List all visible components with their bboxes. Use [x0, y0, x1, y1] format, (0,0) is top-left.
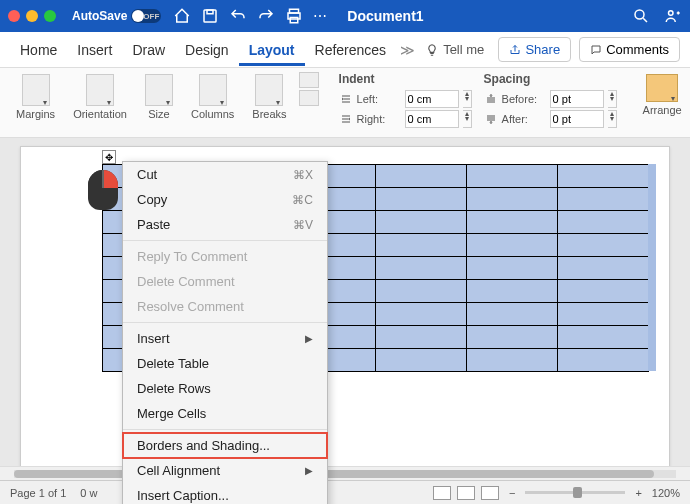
menu-insert-caption[interactable]: Insert Caption... [123, 483, 327, 504]
autosave-label: AutoSave [72, 9, 127, 23]
indent-right-input[interactable] [405, 110, 459, 128]
size-button[interactable]: Size [139, 72, 179, 122]
menu-copy-label: Copy [137, 192, 167, 207]
hyphenation-button[interactable] [299, 90, 319, 106]
indent-left-stepper[interactable]: ▴▾ [463, 90, 472, 108]
table-selection-edge [648, 164, 656, 371]
quick-access-toolbar: ⋯ [173, 7, 327, 25]
spacing-header: Spacing [484, 72, 617, 86]
spacing-before-icon [484, 93, 498, 105]
save-icon[interactable] [201, 7, 219, 25]
view-focus-button[interactable] [433, 486, 451, 500]
comment-icon [590, 44, 602, 56]
redo-icon[interactable] [257, 7, 275, 25]
close-window-button[interactable] [8, 10, 20, 22]
indent-right-icon [339, 113, 353, 125]
menu-separator [123, 240, 327, 241]
orientation-label: Orientation [73, 108, 127, 120]
mouse-right-button-icon [103, 170, 118, 188]
menu-paste[interactable]: Paste⌘V [123, 212, 327, 237]
mouse-cursor-graphic [88, 170, 118, 210]
spacing-after-stepper[interactable]: ▴▾ [608, 110, 617, 128]
menu-insert[interactable]: Insert▶ [123, 326, 327, 351]
context-menu: Cut⌘X Copy⌘C Paste⌘V Reply To Comment De… [122, 161, 328, 504]
tell-me-search[interactable]: Tell me [425, 42, 484, 57]
home-icon[interactable] [173, 7, 191, 25]
search-icon[interactable] [632, 7, 650, 25]
margins-icon [22, 74, 50, 106]
spacing-before-input[interactable] [550, 90, 604, 108]
zoom-in-button[interactable]: + [635, 487, 641, 499]
columns-button[interactable]: Columns [185, 72, 240, 122]
tab-insert[interactable]: Insert [67, 34, 122, 66]
arrange-label: Arrange [643, 104, 682, 116]
lightbulb-icon [425, 43, 439, 57]
tab-home[interactable]: Home [10, 34, 67, 66]
tab-draw[interactable]: Draw [122, 34, 175, 66]
indent-right-label: Right: [357, 113, 401, 125]
scrollbar-thumb[interactable] [14, 470, 654, 478]
margins-label: Margins [16, 108, 55, 120]
orientation-icon [86, 74, 114, 106]
autosave-toggle[interactable]: OFF [131, 9, 161, 23]
svg-point-6 [669, 11, 674, 16]
undo-icon[interactable] [229, 7, 247, 25]
breaks-label: Breaks [252, 108, 286, 120]
view-print-button[interactable] [457, 486, 475, 500]
breaks-icon [255, 74, 283, 106]
tabs-overflow[interactable]: ≫ [400, 42, 415, 58]
table-move-handle[interactable]: ✥ [102, 150, 116, 164]
zoom-percent[interactable]: 120% [652, 487, 680, 499]
spacing-after-input[interactable] [550, 110, 604, 128]
minimize-window-button[interactable] [26, 10, 38, 22]
margins-button[interactable]: Margins [10, 72, 61, 122]
document-title: Document1 [347, 8, 423, 24]
menu-caption-label: Insert Caption... [137, 488, 229, 503]
share-button[interactable]: Share [498, 37, 571, 62]
orientation-button[interactable]: Orientation [67, 72, 133, 122]
share-title-icon[interactable] [664, 7, 682, 25]
menu-cut-label: Cut [137, 167, 157, 182]
mouse-left-button-icon [88, 170, 103, 188]
size-label: Size [148, 108, 169, 120]
page-indicator[interactable]: Page 1 of 1 [10, 487, 66, 499]
columns-icon [199, 74, 227, 106]
word-count[interactable]: 0 w [80, 487, 97, 499]
arrange-button[interactable]: Arrange [637, 72, 688, 118]
tab-design[interactable]: Design [175, 34, 239, 66]
window-controls [8, 10, 56, 22]
menu-delete-table-label: Delete Table [137, 356, 209, 371]
line-numbers-button[interactable] [299, 72, 319, 88]
comments-label: Comments [606, 42, 669, 57]
print-icon[interactable] [285, 7, 303, 25]
menu-delete-comment-label: Delete Comment [137, 274, 235, 289]
zoom-slider[interactable] [525, 491, 625, 494]
horizontal-scrollbar[interactable] [0, 466, 690, 480]
menu-cut[interactable]: Cut⌘X [123, 162, 327, 187]
share-icon [509, 44, 521, 56]
indent-left-input[interactable] [405, 90, 459, 108]
indent-right-stepper[interactable]: ▴▾ [463, 110, 472, 128]
zoom-out-button[interactable]: − [509, 487, 515, 499]
menu-borders-label: Borders and Shading... [137, 438, 270, 453]
menu-borders-shading[interactable]: Borders and Shading... [123, 433, 327, 458]
svg-rect-1 [207, 10, 213, 14]
comments-button[interactable]: Comments [579, 37, 680, 62]
menu-copy[interactable]: Copy⌘C [123, 187, 327, 212]
menu-delete-table[interactable]: Delete Table [123, 351, 327, 376]
tab-references[interactable]: References [305, 34, 397, 66]
more-icon[interactable]: ⋯ [313, 8, 327, 24]
spacing-group: Spacing Before: ▴▾ After: ▴▾ [484, 72, 617, 128]
spacing-before-stepper[interactable]: ▴▾ [608, 90, 617, 108]
line-numbers-hyphenation [299, 72, 319, 106]
maximize-window-button[interactable] [44, 10, 56, 22]
breaks-button[interactable]: Breaks [246, 72, 292, 122]
menu-delete-rows[interactable]: Delete Rows [123, 376, 327, 401]
autosave-control[interactable]: AutoSave OFF [72, 9, 161, 23]
ribbon: Margins Orientation Size Columns Breaks … [0, 68, 690, 138]
tab-layout[interactable]: Layout [239, 34, 305, 66]
columns-label: Columns [191, 108, 234, 120]
menu-merge-cells[interactable]: Merge Cells [123, 401, 327, 426]
menu-cell-alignment[interactable]: Cell Alignment▶ [123, 458, 327, 483]
view-web-button[interactable] [481, 486, 499, 500]
